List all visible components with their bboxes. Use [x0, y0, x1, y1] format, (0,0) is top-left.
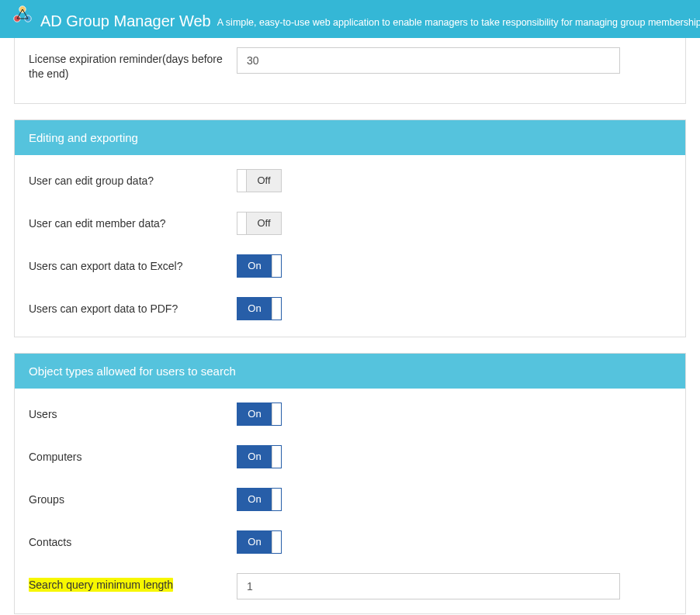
toggle-handle-icon — [237, 212, 247, 234]
toggle-handle-icon — [272, 489, 281, 510]
toggle-handle-icon — [237, 170, 247, 192]
panel-editing-title: Editing and exporting — [15, 120, 685, 155]
label-edit-member: User can edit member data? — [29, 212, 237, 231]
app-logo-icon — [12, 5, 33, 27]
input-minlen[interactable] — [237, 573, 620, 599]
row-contacts: Contacts On — [29, 530, 671, 556]
row-export-excel: Users can export data to Excel? On — [29, 254, 671, 280]
row-edit-member: User can edit member data? Off — [29, 212, 671, 237]
toggle-handle-icon — [272, 298, 281, 320]
label-contacts: Contacts — [29, 530, 237, 550]
toggle-state-label: On — [237, 298, 272, 320]
input-license-expiration[interactable] — [237, 47, 620, 74]
toggle-export-excel[interactable]: On — [237, 254, 282, 278]
toggle-contacts[interactable]: On — [237, 530, 282, 554]
toggle-state-label: Off — [247, 212, 281, 234]
row-groups: Groups On — [29, 488, 671, 513]
panel-license: License expiration reminder(days before … — [14, 38, 686, 104]
row-license-expiration: License expiration reminder(days before … — [29, 47, 671, 81]
app-title: AD Group Manager Web — [40, 13, 211, 29]
app-subtitle: A simple, easy-to-use web application to… — [217, 18, 700, 29]
toggle-handle-icon — [272, 403, 281, 425]
toggle-users[interactable]: On — [237, 403, 282, 426]
toggle-edit-group[interactable]: Off — [237, 169, 282, 192]
panel-editing: Editing and exporting User can edit grou… — [14, 119, 686, 337]
label-minlen: Search query minimum length — [29, 578, 173, 592]
toggle-state-label: On — [237, 255, 272, 277]
toggle-handle-icon — [272, 255, 281, 277]
row-minlen: Search query minimum length — [29, 573, 671, 599]
toggle-handle-icon — [272, 446, 281, 468]
label-export-pdf: Users can export data to PDF? — [29, 297, 237, 316]
toggle-handle-icon — [272, 531, 281, 553]
label-edit-group: User can edit group data? — [29, 169, 237, 188]
toggle-state-label: Off — [247, 170, 281, 192]
label-users: Users — [29, 403, 237, 422]
toggle-state-label: On — [237, 531, 272, 553]
toggle-export-pdf[interactable]: On — [237, 297, 282, 320]
toggle-state-label: On — [237, 446, 272, 468]
row-users: Users On — [29, 403, 671, 428]
panel-search-title: Object types allowed for users to search — [15, 354, 685, 389]
row-export-pdf: Users can export data to PDF? On — [29, 297, 671, 323]
row-computers: Computers On — [29, 445, 671, 471]
toggle-state-label: On — [237, 489, 272, 510]
toggle-edit-member[interactable]: Off — [237, 212, 282, 235]
app-header: AD Group Manager Web A simple, easy-to-u… — [0, 0, 700, 38]
row-edit-group: User can edit group data? Off — [29, 169, 671, 195]
toggle-computers[interactable]: On — [237, 445, 282, 468]
label-export-excel: Users can export data to Excel? — [29, 254, 237, 274]
label-license-expiration: License expiration reminder(days before … — [29, 47, 237, 81]
panel-search: Object types allowed for users to search… — [14, 353, 686, 614]
label-computers: Computers — [29, 445, 237, 465]
label-groups: Groups — [29, 488, 237, 507]
toggle-groups[interactable]: On — [237, 488, 282, 511]
toggle-state-label: On — [237, 403, 272, 425]
